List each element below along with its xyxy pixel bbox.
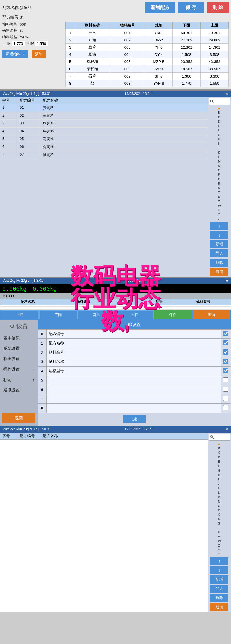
id-ok-button[interactable]: Ok <box>123 415 146 423</box>
alpha-letter[interactable]: R <box>218 181 221 185</box>
clear-button[interactable]: 清除 <box>32 50 46 58</box>
id-row-checkbox[interactable] <box>221 357 231 366</box>
settings-item-operation[interactable]: 操作设置 › <box>2 365 35 374</box>
win5-back-button[interactable]: 返回 <box>210 603 228 611</box>
alpha-letter[interactable]: X <box>218 208 221 212</box>
close-icon[interactable]: ✕ <box>225 91 229 96</box>
save-btn[interactable]: 保存 <box>154 310 192 319</box>
alphabet-list[interactable]: ABCDEFGHIJKLMNOPQRSTUVWXYZ <box>218 106 221 221</box>
alpha-letter[interactable]: Y <box>218 212 221 216</box>
alpha-letter[interactable]: A <box>218 442 221 446</box>
win5-down-button[interactable]: ↓ <box>210 566 228 574</box>
list-item[interactable]: 404牛饲料 <box>0 128 208 135</box>
list-item[interactable]: 707鼠饲料 <box>0 151 208 159</box>
alpha-letter[interactable]: R <box>218 517 221 521</box>
id-row-checkbox[interactable] <box>221 366 231 376</box>
alpha-letter[interactable]: V <box>218 535 221 539</box>
import-button[interactable]: 导入 <box>210 249 228 257</box>
alpha-letter[interactable]: S <box>218 186 221 190</box>
alpha-letter[interactable]: S <box>218 521 221 525</box>
list-item[interactable]: 202羊饲料 <box>0 112 208 120</box>
alpha-letter[interactable]: E <box>218 124 221 128</box>
table-row[interactable]: 7石粉007SF-71.3063.306 <box>66 73 229 80</box>
alpha-letter[interactable]: V <box>218 199 221 203</box>
alpha-letter[interactable]: L <box>218 155 221 159</box>
add-formula-button[interactable]: 新增配方 <box>145 2 175 13</box>
alpha-letter[interactable]: H <box>218 137 221 141</box>
new-batch-btn[interactable]: 新批 <box>77 310 115 319</box>
alpha-letter[interactable]: W <box>218 204 221 208</box>
id-row-checkbox[interactable] <box>221 394 231 403</box>
alpha-letter[interactable]: M <box>218 159 221 163</box>
alpha-letter[interactable]: Z <box>218 217 221 221</box>
settings-item-basic-info[interactable]: 基本信息 <box>2 333 35 343</box>
down-button[interactable]: ↓ <box>210 231 228 239</box>
alpha-letter[interactable]: C <box>218 450 221 455</box>
delete-button[interactable]: 删 除 <box>207 2 229 13</box>
table-row[interactable]: 4豆油004DY-41.5083.508 <box>66 51 229 58</box>
alpha-letter[interactable]: D <box>218 119 221 124</box>
table-row[interactable]: 2豆粕002DP-227.00929.009 <box>66 36 229 44</box>
add-material-button[interactable]: 新增物料→ <box>2 50 28 58</box>
id-row-checkbox[interactable] <box>221 403 231 413</box>
alpha-letter[interactable]: H <box>218 473 221 477</box>
alpha-letter[interactable]: G <box>218 133 221 137</box>
settings-item-calibrate[interactable]: 标定 › <box>2 375 35 385</box>
alpha-letter[interactable]: D <box>218 455 221 459</box>
id-row-checkbox[interactable] <box>221 376 231 385</box>
id-row-checkbox[interactable] <box>221 338 231 348</box>
alpha-letter[interactable]: O <box>218 168 221 172</box>
alpha-letter[interactable]: T <box>218 190 221 194</box>
alpha-letter[interactable]: W <box>218 539 221 543</box>
alpha-letter[interactable]: I <box>218 477 221 481</box>
win5-alphabet-list[interactable]: ABCDEFGHIJKLMNOPQRSTUVWXYZ <box>218 442 221 557</box>
win5-search-box[interactable] <box>209 434 230 441</box>
alpha-letter[interactable]: N <box>218 499 221 503</box>
alpha-letter[interactable]: P <box>218 172 221 176</box>
alpha-letter[interactable]: C <box>218 115 221 119</box>
alpha-letter[interactable]: L <box>218 490 221 494</box>
up-button[interactable]: ↑ <box>210 222 228 230</box>
alpha-letter[interactable]: T <box>218 526 221 530</box>
alpha-letter[interactable]: U <box>218 530 221 534</box>
alpha-letter[interactable]: K <box>218 150 221 154</box>
id-row-checkbox[interactable] <box>221 385 231 394</box>
table-row[interactable]: 1玉米001YM-160.30170.301 <box>66 29 229 36</box>
alpha-letter[interactable]: I <box>218 141 221 146</box>
alpha-letter[interactable]: B <box>218 111 221 115</box>
query-btn[interactable]: 查询 <box>193 310 230 319</box>
alpha-letter[interactable]: U <box>218 195 221 199</box>
win5-import-button[interactable]: 导入 <box>210 585 228 593</box>
table-row[interactable]: 8盐008YAN-81.7701.550 <box>66 80 229 87</box>
alpha-letter[interactable]: Y <box>218 548 221 552</box>
win5-delete-button[interactable]: 删除 <box>210 594 228 602</box>
back-button[interactable]: 返回 <box>210 268 228 276</box>
alpha-letter[interactable]: M <box>218 495 221 499</box>
alpha-letter[interactable]: N <box>218 164 221 168</box>
settings-item-system[interactable]: 系统设置 <box>2 344 35 354</box>
alpha-letter[interactable]: Q <box>218 512 221 516</box>
alpha-letter[interactable]: F <box>218 128 221 132</box>
alpha-letter[interactable]: B <box>218 446 221 450</box>
settings-back-button[interactable]: 返回 <box>2 413 35 423</box>
scale-close-icon[interactable]: ✕ <box>225 279 229 283</box>
alpha-letter[interactable]: E <box>218 459 221 463</box>
table-row[interactable]: 5棉籽粕005MZP-523.35343.353 <box>66 58 229 65</box>
list-item[interactable]: 101猪饲料 <box>0 104 208 112</box>
settings-item-weight[interactable]: 称重设置 <box>2 354 35 364</box>
table-row[interactable]: 3鱼粉003YF-312.30214.302 <box>66 44 229 51</box>
alpha-letter[interactable]: J <box>218 481 221 485</box>
list-item[interactable]: 606兔饲料 <box>0 143 208 151</box>
alpha-letter[interactable]: G <box>218 468 221 472</box>
alpha-letter[interactable]: A <box>218 106 221 110</box>
win5-close-icon[interactable]: ✕ <box>225 427 229 432</box>
search-box[interactable] <box>209 98 230 105</box>
list-item[interactable]: 505马饲料 <box>0 135 208 143</box>
next-btn[interactable]: 下翻 <box>39 310 77 319</box>
reprint-btn[interactable]: 补打 <box>116 310 154 319</box>
win5-add-button[interactable]: 新增 <box>210 575 228 584</box>
alpha-letter[interactable]: K <box>218 486 221 490</box>
list-item[interactable]: 303狗饲料 <box>0 120 208 128</box>
id-row-checkbox[interactable] <box>221 348 231 357</box>
alpha-letter[interactable]: X <box>218 544 221 548</box>
